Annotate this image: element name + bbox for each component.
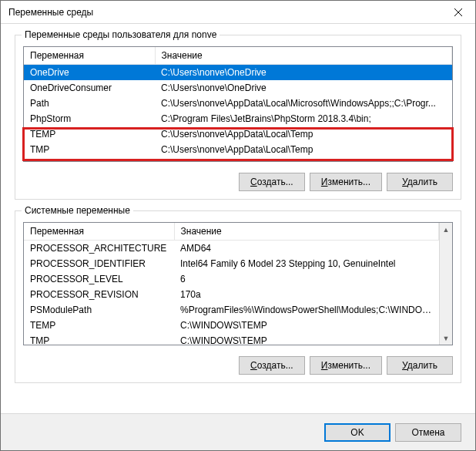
scroll-up-icon[interactable]: ▲: [440, 223, 452, 236]
val-cell: C:\Program Files\JetBrains\PhpStorm 2018…: [155, 111, 452, 126]
var-cell: Path: [24, 96, 155, 111]
sys-delete-button[interactable]: Удалить: [387, 356, 453, 375]
var-cell: OneDrive: [24, 65, 155, 81]
val-cell: 170a: [174, 287, 439, 302]
env-vars-dialog: Переменные среды Переменные среды пользо…: [0, 0, 476, 451]
table-row[interactable]: PROCESSOR_LEVEL6: [24, 271, 439, 287]
user-delete-button[interactable]: Удалить: [387, 173, 453, 191]
var-cell: PROCESSOR_ARCHITECTURE: [24, 241, 174, 257]
table-row[interactable]: PROCESSOR_IDENTIFIERIntel64 Family 6 Mod…: [24, 256, 439, 271]
sys-vars-table[interactable]: Переменная Значение PROCESSOR_ARCHITECTU…: [23, 222, 453, 345]
scrollbar[interactable]: ▲ ▼: [439, 223, 452, 345]
cancel-button[interactable]: Отмена: [395, 423, 461, 442]
user-vars-buttons: Создать... Изменить... Удалить: [23, 173, 453, 191]
table-row[interactable]: OneDriveC:\Users\nonve\OneDrive: [24, 65, 452, 81]
var-cell: OneDriveConsumer: [24, 80, 155, 96]
var-cell: PROCESSOR_LEVEL: [24, 271, 174, 287]
table-row[interactable]: TEMPC:\WINDOWS\TEMP: [24, 318, 439, 333]
val-cell: C:\Users\nonve\OneDrive: [155, 80, 452, 96]
table-row[interactable]: PhpStormC:\Program Files\JetBrains\PhpSt…: [24, 111, 452, 126]
user-vars-label: Переменные среды пользователя для nonve: [22, 29, 220, 40]
user-vars-group: Переменные среды пользователя для nonve …: [15, 35, 461, 200]
scroll-down-icon[interactable]: ▼: [440, 332, 452, 345]
var-cell: PROCESSOR_IDENTIFIER: [24, 256, 174, 271]
val-cell: C:\Users\nonve\AppData\Local\Temp: [155, 142, 452, 157]
table-row[interactable]: PathC:\Users\nonve\AppData\Local\Microso…: [24, 96, 452, 111]
table-row[interactable]: TMPC:\Users\nonve\AppData\Local\Temp: [24, 142, 452, 157]
table-row[interactable]: PROCESSOR_ARCHITECTUREAMD64: [24, 241, 439, 257]
sys-new-button[interactable]: Создать...: [239, 356, 305, 375]
table-row[interactable]: PROCESSOR_REVISION170a: [24, 287, 439, 302]
sys-vars-label: Системные переменные: [22, 205, 133, 216]
val-cell: %ProgramFiles%\WindowsPowerShell\Modules…: [174, 302, 439, 318]
close-icon: [454, 8, 462, 16]
table-row[interactable]: PSModulePath%ProgramFiles%\WindowsPowerS…: [24, 302, 439, 318]
titlebar: Переменные среды: [1, 1, 475, 24]
ok-button[interactable]: OK: [324, 423, 391, 442]
val-cell: C:\Users\nonve\AppData\Local\Temp: [155, 126, 452, 142]
sys-vars-buttons: Создать... Изменить... Удалить: [23, 356, 453, 375]
var-cell: PSModulePath: [24, 302, 174, 318]
var-cell: PhpStorm: [24, 111, 155, 126]
val-cell: C:\WINDOWS\TEMP: [174, 333, 439, 345]
user-edit-button[interactable]: Изменить...: [310, 173, 382, 191]
var-cell: TMP: [24, 333, 174, 345]
dialog-footer: OK Отмена: [1, 413, 475, 450]
val-cell: 6: [174, 271, 439, 287]
col-header-val[interactable]: Значение: [174, 223, 439, 241]
sys-vars-group: Системные переменные Переменная Значение…: [15, 210, 461, 383]
col-header-var[interactable]: Переменная: [24, 223, 174, 241]
var-cell: TEMP: [24, 318, 174, 333]
var-cell: TMP: [24, 142, 155, 157]
val-cell: C:\Users\nonve\AppData\Local\Microsoft\W…: [155, 96, 452, 111]
var-cell: TEMP: [24, 126, 155, 142]
col-header-val[interactable]: Значение: [155, 47, 452, 65]
sys-edit-button[interactable]: Изменить...: [310, 356, 382, 375]
user-new-button[interactable]: Создать...: [239, 173, 305, 191]
close-button[interactable]: [441, 1, 475, 24]
var-cell: PROCESSOR_REVISION: [24, 287, 174, 302]
col-header-var[interactable]: Переменная: [24, 47, 155, 65]
table-row[interactable]: OneDriveConsumerC:\Users\nonve\OneDrive: [24, 80, 452, 96]
user-vars-table[interactable]: Переменная Значение OneDriveC:\Users\non…: [23, 46, 453, 162]
val-cell: Intel64 Family 6 Model 23 Stepping 10, G…: [174, 256, 439, 271]
val-cell: C:\Users\nonve\OneDrive: [155, 65, 452, 81]
table-row[interactable]: TMPC:\WINDOWS\TEMP: [24, 333, 439, 345]
window-title: Переменные среды: [8, 7, 93, 18]
val-cell: C:\WINDOWS\TEMP: [174, 318, 439, 333]
table-row[interactable]: TEMPC:\Users\nonve\AppData\Local\Temp: [24, 126, 452, 142]
val-cell: AMD64: [174, 241, 439, 257]
